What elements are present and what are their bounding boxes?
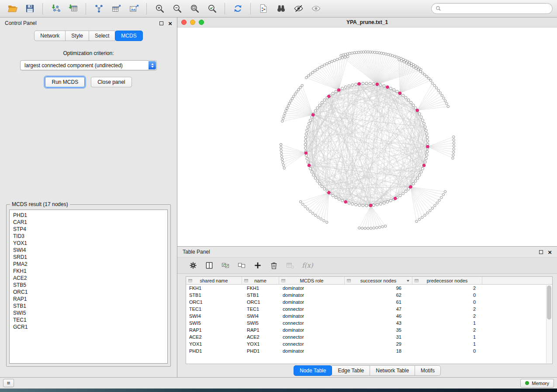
network-canvas[interactable]: [177, 28, 557, 246]
share-document-button[interactable]: [256, 2, 271, 15]
zoom-selected-button[interactable]: [204, 2, 220, 15]
table-cell: 1: [412, 341, 482, 347]
export-table-button[interactable]: [108, 2, 124, 15]
result-item[interactable]: YOX1: [13, 240, 167, 247]
table-cell: 1: [412, 320, 482, 326]
export-network-button[interactable]: [91, 2, 107, 15]
result-item[interactable]: PMA2: [13, 261, 167, 268]
sort-caret-icon[interactable]: [407, 280, 409, 282]
result-item[interactable]: GCR1: [13, 323, 167, 330]
table-cell: 47: [345, 306, 412, 312]
close-window-icon[interactable]: [181, 20, 187, 25]
run-mcds-button[interactable]: Run MCDS: [45, 77, 85, 87]
search-box[interactable]: [431, 3, 553, 14]
zoom-in-button[interactable]: [152, 2, 167, 15]
close-panel-icon[interactable]: ×: [168, 20, 172, 27]
table-cell: RAP1: [186, 327, 242, 333]
function-builder-button[interactable]: f(x): [302, 261, 313, 269]
toolbar-separator: [86, 3, 86, 14]
delete-row-button[interactable]: [270, 261, 278, 270]
table-cell: connector: [279, 334, 345, 340]
import-network-button[interactable]: [48, 2, 63, 15]
scrollbar-thumb[interactable]: [547, 285, 551, 320]
table-row[interactable]: FKH1FKH1dominator962: [186, 285, 552, 292]
table-row[interactable]: YOX1YOX1connector291: [186, 340, 552, 347]
select-all-button[interactable]: [221, 261, 230, 270]
result-item[interactable]: RAP1: [13, 296, 167, 303]
result-item[interactable]: STP4: [13, 226, 167, 233]
table-cell: 29: [345, 341, 412, 347]
result-item[interactable]: FKH1: [13, 268, 167, 275]
column-header-name[interactable]: name: [242, 277, 279, 284]
tab-node-table[interactable]: Node Table: [294, 365, 332, 376]
tab-style[interactable]: Style: [65, 31, 89, 41]
result-item[interactable]: TID3: [13, 233, 167, 240]
memory-button[interactable]: Memory: [520, 379, 554, 388]
result-item[interactable]: ACE2: [13, 275, 167, 282]
deselect-all-icon: [237, 261, 246, 270]
table-row[interactable]: ACE2ACE2connector311: [186, 334, 552, 340]
table-cell: 2: [412, 313, 482, 319]
table-row[interactable]: STB1STB1dominator620: [186, 292, 552, 299]
table-row[interactable]: RAP1RAP1dominator352: [186, 327, 552, 334]
tab-edge-table[interactable]: Edge Table: [332, 365, 370, 376]
tab-mcds[interactable]: MCDS: [115, 31, 142, 41]
tab-network[interactable]: Network: [34, 31, 66, 41]
show-all-button[interactable]: [308, 2, 324, 15]
close-table-panel-icon[interactable]: ×: [548, 249, 552, 255]
minimize-window-icon[interactable]: [190, 20, 195, 25]
result-item[interactable]: STB5: [13, 282, 167, 289]
settings-button[interactable]: [189, 261, 197, 270]
result-item[interactable]: SRD1: [13, 254, 167, 261]
table-cell: 61: [345, 299, 412, 305]
hide-selected-button[interactable]: [291, 2, 306, 15]
open-folder-button[interactable]: [4, 2, 20, 15]
result-item[interactable]: TEC1: [13, 316, 167, 323]
export-image-button[interactable]: [126, 2, 142, 15]
table-row[interactable]: TEC1TEC1connector472: [186, 306, 552, 313]
table-cell: PHD1: [186, 348, 242, 354]
result-item[interactable]: SWI4: [13, 247, 167, 254]
column-header-shared-name[interactable]: shared name: [186, 277, 242, 284]
search-network-button[interactable]: [273, 2, 289, 15]
result-item[interactable]: CAR1: [13, 219, 167, 226]
hamburger-menu-icon[interactable]: ≡: [3, 379, 14, 387]
tab-motifs[interactable]: Motifs: [415, 365, 441, 376]
result-item[interactable]: STB1: [13, 303, 167, 309]
network-window-titlebar[interactable]: YPA_prune.txt_1: [177, 17, 557, 28]
float-table-panel-icon[interactable]: [539, 250, 543, 254]
table-row[interactable]: SWI4SWI4dominator462: [186, 313, 552, 320]
clear-table-button[interactable]: [286, 261, 294, 270]
column-header-predecessor-nodes[interactable]: predecessor nodes: [412, 277, 482, 284]
mcds-result-list[interactable]: PHD1CAR1STP4TID3YOX1SWI4SRD1PMA2FKH1ACE2…: [9, 210, 168, 364]
tab-network-table[interactable]: Network Table: [370, 365, 415, 376]
table-row[interactable]: ORC1ORC1dominator610: [186, 299, 552, 306]
float-panel-icon[interactable]: [159, 21, 163, 25]
close-panel-button[interactable]: Close panel: [91, 77, 131, 87]
tab-select[interactable]: Select: [89, 31, 115, 41]
table-row[interactable]: SWI5SWI5connector431: [186, 320, 552, 327]
save-button[interactable]: [22, 2, 38, 15]
column-header-mcds-role[interactable]: MCDS role: [279, 277, 345, 284]
refresh-layout-button[interactable]: [230, 2, 246, 15]
result-item[interactable]: SWI5: [13, 309, 167, 316]
table-scrollbar[interactable]: [546, 285, 552, 363]
result-item[interactable]: ORC1: [13, 289, 167, 296]
table-cell: TEC1: [242, 306, 279, 312]
zoom-out-button[interactable]: [169, 2, 185, 15]
column-label: successor nodes: [360, 278, 397, 283]
maximize-window-icon[interactable]: [199, 20, 204, 25]
search-input[interactable]: [444, 6, 548, 12]
add-row-icon: [253, 261, 262, 270]
deselect-all-button[interactable]: [237, 261, 246, 270]
add-row-button[interactable]: [253, 261, 262, 270]
import-table-icon: [68, 3, 78, 14]
import-table-button[interactable]: [65, 2, 81, 15]
table-row[interactable]: PHD1PHD1dominator180: [186, 347, 552, 354]
criterion-select[interactable]: largest connected component (undirected): [20, 60, 157, 70]
column-header-successor-nodes[interactable]: successor nodes: [345, 277, 412, 284]
column-layout-button[interactable]: [205, 261, 214, 270]
result-item[interactable]: PHD1: [13, 212, 167, 219]
table-cell: dominator: [279, 348, 345, 354]
zoom-fit-button[interactable]: [187, 2, 202, 15]
